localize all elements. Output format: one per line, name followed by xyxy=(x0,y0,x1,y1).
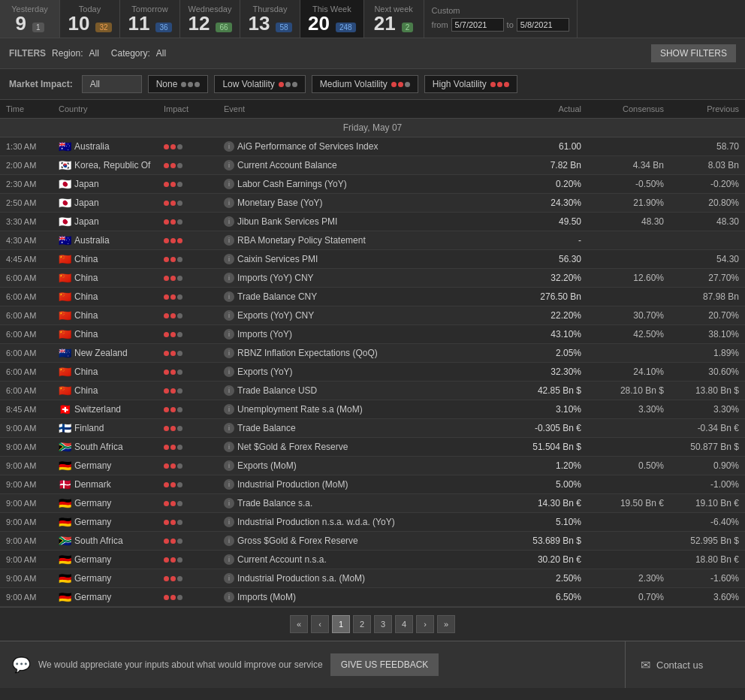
page-1-btn[interactable]: 1 xyxy=(332,615,350,633)
cell-previous: 20.70% xyxy=(664,310,739,321)
page-next-btn[interactable]: › xyxy=(416,615,434,633)
table-row: 2:30 AM 🇯🇵 Japan i Labor Cash Earnings (… xyxy=(0,175,745,194)
table-row: 9:00 AM 🇿🇦 South Africa i Gross $Gold & … xyxy=(0,532,745,551)
event-name: Exports (YoY) xyxy=(237,367,293,377)
nav-thursday[interactable]: Thursday 13 58 xyxy=(240,0,300,38)
nav-this-week[interactable]: This Week 20 248 xyxy=(300,0,364,38)
country-flag: 🇫🇮 xyxy=(59,422,71,434)
table-row: 9:00 AM 🇿🇦 South Africa i Net $Gold & Fo… xyxy=(0,438,745,457)
impact-dot-2 xyxy=(170,182,176,187)
page-2-btn[interactable]: 2 xyxy=(353,615,371,633)
event-name: Caixin Services PMI xyxy=(237,254,318,264)
cell-consensus: 28.10 Bn $ xyxy=(581,385,664,396)
event-info-icon[interactable]: i xyxy=(224,291,234,302)
mi-medium-button[interactable]: Medium Volatility xyxy=(312,75,418,93)
cell-impact xyxy=(164,182,224,187)
event-info-icon[interactable]: i xyxy=(224,536,234,546)
event-info-icon[interactable]: i xyxy=(224,141,234,152)
cell-consensus: 2.30% xyxy=(581,573,664,584)
mi-none-button[interactable]: None xyxy=(148,75,209,93)
event-info-icon[interactable]: i xyxy=(224,329,234,339)
country-flag: 🇩🇪 xyxy=(59,460,71,472)
country-flag: 🇿🇦 xyxy=(59,441,71,453)
contact-us-label[interactable]: Contact us xyxy=(656,659,703,671)
event-name: Imports (MoM) xyxy=(237,592,296,602)
event-info-icon[interactable]: i xyxy=(224,160,234,170)
page-3-btn[interactable]: 3 xyxy=(374,615,392,633)
page-4-btn[interactable]: 4 xyxy=(395,615,413,633)
country-name: Australia xyxy=(74,141,110,152)
cell-event: i Caixin Services PMI xyxy=(224,254,506,264)
event-info-icon[interactable]: i xyxy=(224,592,234,602)
event-info-icon[interactable]: i xyxy=(224,423,234,433)
event-info-icon[interactable]: i xyxy=(224,310,234,321)
nav-tomorrow[interactable]: Tomorrow 11 36 xyxy=(120,0,180,38)
cell-previous: -6.40% xyxy=(664,517,739,527)
give-feedback-button[interactable]: GIVE US FEEDBACK xyxy=(330,653,439,676)
dot-high-2 xyxy=(497,82,502,87)
cell-country: 🇨🇭 Switzerland xyxy=(59,403,164,415)
event-info-icon[interactable]: i xyxy=(224,179,234,189)
event-info-icon[interactable]: i xyxy=(224,273,234,283)
event-info-icon[interactable]: i xyxy=(224,442,234,452)
nav-next-week[interactable]: Next week 21 2 xyxy=(364,0,424,38)
event-name: Jibun Bank Services PMI xyxy=(237,216,337,227)
nav-today[interactable]: Today 10 32 xyxy=(60,0,120,38)
impact-dot-3 xyxy=(177,595,182,600)
mi-none-dots xyxy=(181,82,200,87)
pagination: « ‹ 1 2 3 4 › » xyxy=(0,607,745,641)
impact-dot-1 xyxy=(164,201,169,206)
nav-from-input[interactable] xyxy=(451,18,504,32)
event-info-icon[interactable]: i xyxy=(224,479,234,490)
country-flag: 🇨🇭 xyxy=(59,403,71,415)
cell-event: i Trade Balance USD xyxy=(224,385,506,396)
nav-wednesday[interactable]: Wednesday 12 66 xyxy=(180,0,240,38)
event-name: Unemployment Rate s.a (MoM) xyxy=(237,404,363,415)
cell-event: i Gross $Gold & Forex Reserve xyxy=(224,536,506,546)
cell-time: 9:00 AM xyxy=(6,555,59,564)
event-info-icon[interactable]: i xyxy=(224,198,234,208)
dot-2 xyxy=(188,82,193,87)
event-name: Monetary Base (YoY) xyxy=(237,198,323,208)
event-info-icon[interactable]: i xyxy=(224,216,234,227)
event-name: Imports (YoY) CNY xyxy=(237,273,314,283)
mi-all-button[interactable]: All xyxy=(82,75,142,93)
event-info-icon[interactable]: i xyxy=(224,573,234,584)
cell-country: 🇿🇦 South Africa xyxy=(59,441,164,453)
show-filters-button[interactable]: SHOW FILTERS xyxy=(651,44,736,62)
market-impact-row: Market Impact: All None Low Volatility M… xyxy=(0,69,745,100)
nav-to-label: to xyxy=(507,20,514,29)
nav-to-input[interactable] xyxy=(517,18,569,32)
impact-dot-2 xyxy=(170,426,176,431)
event-info-icon[interactable]: i xyxy=(224,498,234,508)
event-info-icon[interactable]: i xyxy=(224,367,234,377)
mi-low-button[interactable]: Low Volatility xyxy=(214,75,305,93)
event-info-icon[interactable]: i xyxy=(224,348,234,358)
impact-dot-3 xyxy=(177,463,182,469)
page-prev-btn[interactable]: ‹ xyxy=(311,615,329,633)
cell-time: 9:00 AM xyxy=(6,480,59,489)
event-info-icon[interactable]: i xyxy=(224,517,234,527)
mi-high-label: High Volatility xyxy=(433,79,487,89)
country-flag: 🇩🇰 xyxy=(59,478,71,490)
event-info-icon[interactable]: i xyxy=(224,254,234,264)
country-flag: 🇯🇵 xyxy=(59,216,71,228)
cell-previous: 8.03 Bn xyxy=(664,160,739,170)
nav-yesterday[interactable]: Yesterday 9 1 xyxy=(0,0,60,38)
page-first-btn[interactable]: « xyxy=(290,615,308,633)
cell-actual: 32.30% xyxy=(506,367,581,377)
mi-high-button[interactable]: High Volatility xyxy=(424,75,517,93)
event-info-icon[interactable]: i xyxy=(224,235,234,246)
cell-country: 🇩🇪 Germany xyxy=(59,554,164,566)
event-info-icon[interactable]: i xyxy=(224,404,234,415)
impact-dot-3 xyxy=(177,557,182,563)
cell-time: 9:00 AM xyxy=(6,424,59,433)
impact-dot-1 xyxy=(164,294,169,300)
cell-time: 9:00 AM xyxy=(6,442,59,451)
event-info-icon[interactable]: i xyxy=(224,554,234,565)
event-info-icon[interactable]: i xyxy=(224,385,234,396)
page-last-btn[interactable]: » xyxy=(437,615,455,633)
cell-event: i Imports (MoM) xyxy=(224,592,506,602)
cell-time: 4:30 AM xyxy=(6,236,59,245)
event-info-icon[interactable]: i xyxy=(224,460,234,471)
